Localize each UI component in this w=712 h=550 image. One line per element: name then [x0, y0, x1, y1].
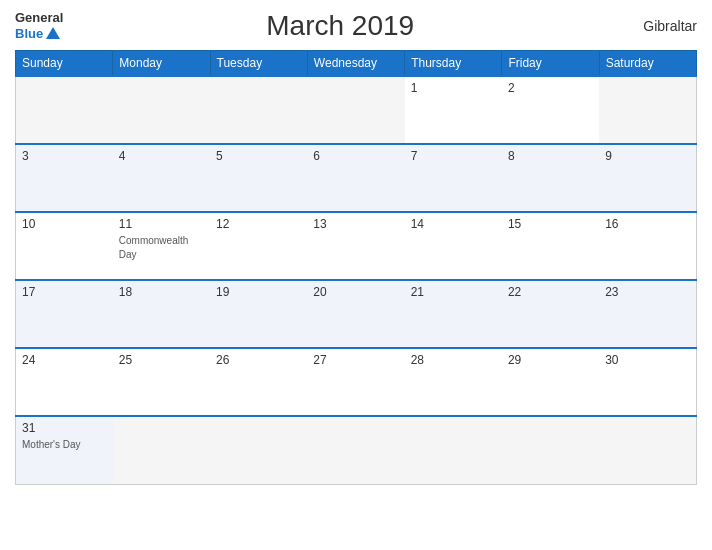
calendar-cell: 22: [502, 280, 599, 348]
calendar-cell: [210, 76, 307, 144]
calendar-cell: 5: [210, 144, 307, 212]
calendar-table: SundayMondayTuesdayWednesdayThursdayFrid…: [15, 50, 697, 485]
calendar-cell: 23: [599, 280, 696, 348]
calendar-cell: 1: [405, 76, 502, 144]
calendar-cell: 26: [210, 348, 307, 416]
calendar-cell: [599, 416, 696, 484]
calendar-cell: [113, 416, 210, 484]
calendar-cell: [307, 76, 404, 144]
day-number: 1: [411, 81, 496, 95]
calendar-cell: 11Commonwealth Day: [113, 212, 210, 280]
calendar-cell: [405, 416, 502, 484]
day-number: 11: [119, 217, 204, 231]
day-number: 4: [119, 149, 204, 163]
calendar-cell: 17: [16, 280, 113, 348]
calendar-cell: 20: [307, 280, 404, 348]
calendar-cell: 15: [502, 212, 599, 280]
calendar-week-row: 31Mother's Day: [16, 416, 697, 484]
day-header-monday: Monday: [113, 51, 210, 77]
day-header-wednesday: Wednesday: [307, 51, 404, 77]
day-number: 18: [119, 285, 204, 299]
calendar-week-row: 1011Commonwealth Day1213141516: [16, 212, 697, 280]
calendar-cell: 21: [405, 280, 502, 348]
calendar-cell: [16, 76, 113, 144]
calendar-cell: 27: [307, 348, 404, 416]
day-number: 13: [313, 217, 398, 231]
calendar-header-row: SundayMondayTuesdayWednesdayThursdayFrid…: [16, 51, 697, 77]
calendar-cell: 4: [113, 144, 210, 212]
day-number: 10: [22, 217, 107, 231]
day-number: 15: [508, 217, 593, 231]
calendar-cell: 8: [502, 144, 599, 212]
day-number: 2: [508, 81, 593, 95]
logo-general-text: General: [15, 11, 63, 25]
day-number: 3: [22, 149, 107, 163]
calendar-cell: 24: [16, 348, 113, 416]
day-header-saturday: Saturday: [599, 51, 696, 77]
day-number: 29: [508, 353, 593, 367]
calendar-cell: [307, 416, 404, 484]
day-number: 22: [508, 285, 593, 299]
header: General Blue March 2019 Gibraltar: [15, 10, 697, 42]
calendar-week-row: 12: [16, 76, 697, 144]
day-number: 28: [411, 353, 496, 367]
day-number: 16: [605, 217, 690, 231]
day-header-sunday: Sunday: [16, 51, 113, 77]
calendar-title: March 2019: [63, 10, 617, 42]
day-number: 5: [216, 149, 301, 163]
calendar-cell: 31Mother's Day: [16, 416, 113, 484]
calendar-cell: 28: [405, 348, 502, 416]
day-number: 19: [216, 285, 301, 299]
day-header-tuesday: Tuesday: [210, 51, 307, 77]
calendar-cell: 3: [16, 144, 113, 212]
calendar-cell: 7: [405, 144, 502, 212]
day-number: 8: [508, 149, 593, 163]
day-number: 24: [22, 353, 107, 367]
calendar-week-row: 17181920212223: [16, 280, 697, 348]
day-number: 9: [605, 149, 690, 163]
calendar-week-row: 24252627282930: [16, 348, 697, 416]
day-number: 30: [605, 353, 690, 367]
calendar-week-row: 3456789: [16, 144, 697, 212]
calendar-cell: 9: [599, 144, 696, 212]
calendar-cell: 25: [113, 348, 210, 416]
region-label: Gibraltar: [617, 18, 697, 34]
calendar-cell: 13: [307, 212, 404, 280]
day-header-friday: Friday: [502, 51, 599, 77]
day-number: 14: [411, 217, 496, 231]
calendar-cell: 14: [405, 212, 502, 280]
calendar-cell: 10: [16, 212, 113, 280]
page: General Blue March 2019 Gibraltar Sunday…: [0, 0, 712, 550]
logo-triangle-icon: [46, 27, 60, 39]
calendar-cell: 29: [502, 348, 599, 416]
day-header-thursday: Thursday: [405, 51, 502, 77]
day-number: 31: [22, 421, 107, 435]
day-number: 7: [411, 149, 496, 163]
day-number: 25: [119, 353, 204, 367]
day-number: 20: [313, 285, 398, 299]
calendar-cell: 16: [599, 212, 696, 280]
calendar-cell: [113, 76, 210, 144]
day-number: 6: [313, 149, 398, 163]
day-number: 26: [216, 353, 301, 367]
day-number: 12: [216, 217, 301, 231]
calendar-cell: 18: [113, 280, 210, 348]
day-event: Mother's Day: [22, 439, 81, 450]
day-number: 17: [22, 285, 107, 299]
logo: General Blue: [15, 11, 63, 40]
calendar-cell: 19: [210, 280, 307, 348]
calendar-cell: 6: [307, 144, 404, 212]
calendar-cell: [599, 76, 696, 144]
calendar-cell: 12: [210, 212, 307, 280]
calendar-cell: 30: [599, 348, 696, 416]
calendar-cell: [210, 416, 307, 484]
day-number: 23: [605, 285, 690, 299]
day-event: Commonwealth Day: [119, 235, 188, 260]
logo-blue-text: Blue: [15, 26, 60, 41]
day-number: 27: [313, 353, 398, 367]
day-number: 21: [411, 285, 496, 299]
calendar-cell: 2: [502, 76, 599, 144]
calendar-cell: [502, 416, 599, 484]
